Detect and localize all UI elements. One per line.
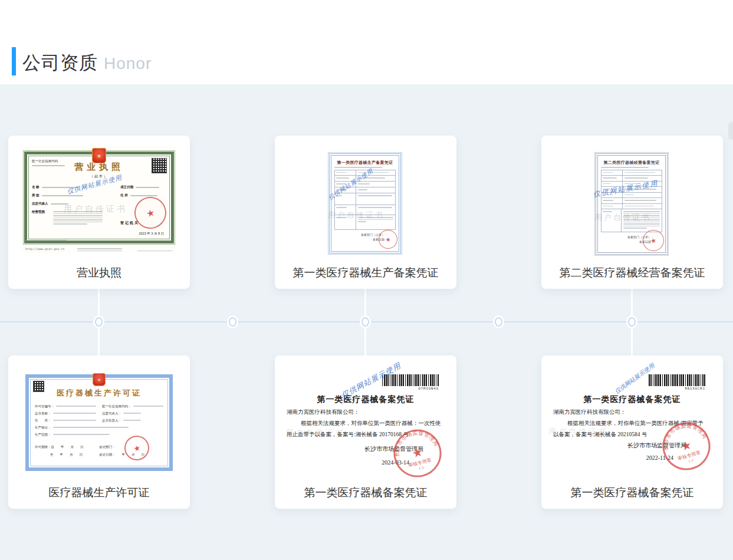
field-label: 法定代表人： — [102, 411, 121, 416]
cert-caption: 医疗器械生产许可证 — [8, 485, 190, 500]
cert-body-line: 湖南力宾医疗科技有限公司： — [553, 409, 626, 416]
stamp-num-text: 1-3 — [418, 465, 424, 470]
cert-border: ★ 统一社会信用代码 营业执照 （副本） 名 称 类 型 法定代表人 经营范围 — [24, 151, 174, 243]
barcode — [382, 374, 439, 386]
floating-widget-tab[interactable] — [728, 122, 733, 140]
svg-text:★: ★ — [679, 438, 693, 453]
field-label: 经营范围 — [32, 210, 45, 214]
field-label: 企业负责人： — [102, 419, 121, 423]
cert-caption: 第一类医疗器械备案凭证 — [541, 485, 723, 500]
cert-url: http://www.gsxt.gov.cn — [25, 247, 64, 251]
registrar-label: 登记机关 — [120, 220, 139, 226]
cert-body-line: 以备案，备案号:湘长械备 20210584 号 — [553, 431, 647, 439]
certificate-card-production-license[interactable]: ★ 医疗器械生产许可证 许可证编号： 统一社会信用代码： 企业名称： 法定代表人… — [8, 355, 190, 509]
cert-caption: 营业执照 — [8, 265, 190, 281]
field-label: 成立日期 — [120, 185, 133, 189]
cert-title: 医疗器械生产许可证 — [35, 388, 163, 398]
national-emblem-icon: ★ — [93, 373, 106, 386]
certificate-card-device-filing-1[interactable]: 07MION48 第一类医疗器械备案凭证 湖南力宾医疗科技有限公司： 根据相关法… — [275, 355, 456, 509]
cert-title: 第一类医疗器械备案凭证 — [552, 394, 712, 405]
certificate-card-business-license[interactable]: ★ 统一社会信用代码 营业执照 （副本） 名 称 类 型 法定代表人 经营范围 — [8, 136, 190, 289]
scope-text-lines — [53, 210, 103, 226]
field-label: 名 称 — [32, 185, 40, 189]
cert-title: 第一类医疗器械生产备案凭证 — [334, 160, 396, 166]
barcode — [649, 374, 705, 386]
timeline-node — [628, 317, 636, 327]
page-title-zh: 公司资质 — [22, 52, 98, 73]
field-label: 类 型 — [32, 193, 40, 197]
field-label: 法定代表人 — [32, 202, 48, 206]
cert-body-line: 湖南力宾医疗科技有限公司： — [287, 409, 360, 416]
accent-bar — [12, 47, 16, 75]
page-title-en: Honor — [104, 54, 152, 73]
field-label: 许可证编号： — [35, 404, 54, 409]
license-term-line: 许可期限：自 年 月 日 — [35, 443, 99, 451]
field-label: 统一社会信用代码： — [102, 404, 132, 409]
field-label: 生产范围： — [35, 433, 51, 437]
official-stamp: ★ — [131, 193, 170, 232]
cert-subtitle: （副本） — [27, 174, 171, 179]
timeline-node — [95, 317, 103, 327]
cert-table — [334, 170, 396, 230]
barcode-text: 07MION48 — [419, 387, 439, 390]
page-title: 公司资质Honor — [22, 51, 152, 75]
cert-title: 第二类医疗器械经营备案凭证 — [601, 160, 662, 166]
cert-caption: 第一类医疗器械备案凭证 — [275, 485, 456, 500]
license-term-line2: 至 年 月 日 — [35, 451, 99, 459]
timeline-node — [495, 317, 502, 327]
field-label: 住 所 — [120, 193, 128, 197]
cert-table — [601, 170, 662, 232]
production-license-cert: ★ 医疗器械生产许可证 许可证编号： 统一社会信用代码： 企业名称： 法定代表人… — [25, 374, 173, 471]
field-label: 企业名称： — [35, 411, 51, 416]
svg-text:★: ★ — [410, 445, 424, 460]
certificate-card-operation-filing[interactable]: 第二类医疗器械经营备案凭证 备案部门（公章）： 备案日期： ★ 仅供网站展示使用… — [541, 136, 723, 289]
operation-filing-cert: 第二类医疗器械经营备案凭证 备案部门（公章）： 备案日期： ★ 仅供网站展示使用… — [596, 153, 668, 255]
qr-code — [152, 158, 167, 173]
cert-caption: 第二类医疗器械经营备案凭证 — [541, 265, 723, 281]
device-filing-cert-1: 07MION48 第一类医疗器械备案凭证 湖南力宾医疗科技有限公司： 根据相关法… — [285, 371, 446, 482]
business-license-cert: ★ 统一社会信用代码 营业执照 （副本） 名 称 类 型 法定代表人 经营范围 — [21, 146, 177, 253]
production-filing-cert: 第一类医疗器械生产备案凭证 备案部门（公章）： 备案日期： ★ 仅供网站展示使用… — [329, 153, 401, 253]
issue-date: 2023 年 3 月 8 日 — [139, 232, 165, 236]
field-label: 生产地址： — [35, 426, 51, 430]
device-filing-cert-2: RBSXOCR1 第一类医疗器械备案凭证 湖南力宾医疗科技有限公司： 根据相关法… — [552, 371, 712, 482]
cert-caption: 第一类医疗器械生产备案凭证 — [275, 265, 456, 281]
barcode-text: RBSXOCR1 — [685, 387, 706, 390]
cert-title: 第一类医疗器械备案凭证 — [285, 394, 446, 405]
certificate-card-production-filing[interactable]: 第一类医疗器械生产备案凭证 备案部门（公章）： 备案日期： ★ 仅供网站展示使用… — [275, 136, 456, 289]
cert-footnotes: http://www.gsxt.gov.cn — [25, 239, 173, 253]
cert-title: 营业执照 — [27, 162, 171, 173]
official-stamp: ★ — [376, 228, 399, 251]
timeline-node — [229, 317, 236, 327]
field-label: 住 所： — [35, 419, 51, 423]
timeline-node — [361, 317, 369, 327]
stamp-num-text: 1-3 — [688, 458, 693, 463]
qr-code — [33, 381, 44, 392]
certificate-card-device-filing-2[interactable]: RBSXOCR1 第一类医疗器械备案凭证 湖南力宾医疗科技有限公司： 根据相关法… — [541, 355, 723, 509]
